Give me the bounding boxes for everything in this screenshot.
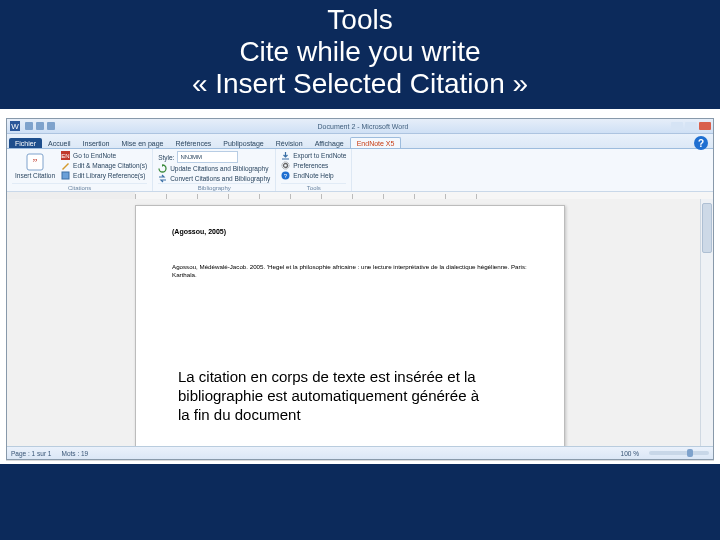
tab-mise-en-page[interactable]: Mise en page <box>115 138 169 148</box>
endnote-help-button[interactable]: ? EndNote Help <box>281 171 346 180</box>
tab-insertion[interactable]: Insertion <box>77 138 116 148</box>
slide-footer-bar <box>0 464 720 540</box>
slide-title-line3: « Insert Selected Citation » <box>0 68 720 100</box>
ribbon-group-tools-label: Tools <box>281 183 346 191</box>
document-title: Document 2 - Microsoft Word <box>55 123 671 130</box>
status-words[interactable]: Mots : 19 <box>61 450 88 457</box>
svg-point-7 <box>284 164 288 168</box>
svg-text:EN: EN <box>61 153 69 159</box>
window-close-button[interactable] <box>699 122 711 130</box>
ribbon-group-bibliography-label: Bibliography <box>158 183 270 191</box>
quick-access-toolbar[interactable] <box>25 122 55 130</box>
insert-citation-button[interactable]: ” Insert Citation <box>12 153 58 179</box>
tab-file[interactable]: Fichier <box>9 138 42 148</box>
book-icon <box>61 171 70 180</box>
pencil-icon <box>61 161 70 170</box>
zoom-slider[interactable] <box>649 451 709 455</box>
edit-library-reference-button[interactable]: Edit Library Reference(s) <box>61 171 147 180</box>
ribbon: ” Insert Citation EN Go to EndNote Edit … <box>7 149 713 192</box>
tab-endnote[interactable]: EndNote X5 <box>350 137 402 148</box>
help-icon: ? <box>281 171 290 180</box>
scrollbar-thumb[interactable] <box>702 203 712 253</box>
refresh-icon <box>158 164 167 173</box>
ribbon-group-bibliography: Style: NNJMM Update Citations and Biblio… <box>153 149 276 191</box>
slide-header: Tools Cite while you write « Insert Sele… <box>0 0 720 109</box>
status-zoom-label[interactable]: 100 % <box>621 450 639 457</box>
preferences-button[interactable]: Preferences <box>281 161 346 170</box>
tab-publipostage[interactable]: Publipostage <box>217 138 269 148</box>
tab-revision[interactable]: Révision <box>270 138 309 148</box>
svg-text:”: ” <box>33 156 38 168</box>
ribbon-help-button[interactable]: ? <box>694 136 708 150</box>
svg-text:W: W <box>11 122 19 131</box>
gear-icon <box>281 161 290 170</box>
export-icon <box>281 151 290 160</box>
slide-callout: La citation en corps de texte est inséré… <box>178 368 488 424</box>
bibliography-entry: Agossou, Médéwalé-Jacob. 2005. 'Hegel et… <box>172 263 528 279</box>
window-maximize-button[interactable] <box>685 122 697 130</box>
slide-title-line2: Cite while you write <box>0 36 720 68</box>
svg-rect-6 <box>62 172 69 179</box>
ribbon-group-citations-label: Citations <box>12 183 147 191</box>
export-to-endnote-button[interactable]: Export to EndNote <box>281 151 346 160</box>
inline-citation-text: (Agossou, 2005) <box>172 228 528 235</box>
endnote-app-icon: EN <box>61 151 70 160</box>
ribbon-group-tools: Export to EndNote Preferences ? EndNote … <box>276 149 352 191</box>
tab-accueil[interactable]: Accueil <box>42 138 77 148</box>
ribbon-group-citations: ” Insert Citation EN Go to EndNote Edit … <box>7 149 153 191</box>
vertical-scrollbar[interactable] <box>700 199 713 447</box>
ribbon-tabs: Fichier Accueil Insertion Mise en page R… <box>7 134 713 149</box>
convert-citations-button[interactable]: Convert Citations and Bibliography <box>158 174 270 183</box>
tab-affichage[interactable]: Affichage <box>309 138 350 148</box>
update-citations-button[interactable]: Update Citations and Bibliography <box>158 164 270 173</box>
style-label: Style: <box>158 154 174 161</box>
slide-title-line1: Tools <box>0 4 720 36</box>
go-to-endnote-button[interactable]: EN Go to EndNote <box>61 151 147 160</box>
window-minimize-button[interactable] <box>671 122 683 130</box>
edit-manage-citations-button[interactable]: Edit & Manage Citation(s) <box>61 161 147 170</box>
tab-references[interactable]: Références <box>169 138 217 148</box>
insert-citation-label: Insert Citation <box>15 172 55 179</box>
word-app-icon: W <box>10 121 20 131</box>
title-bar: W Document 2 - Microsoft Word <box>7 119 713 134</box>
status-page[interactable]: Page : 1 sur 1 <box>11 450 51 457</box>
style-dropdown[interactable]: NNJMM <box>177 151 238 163</box>
convert-icon <box>158 174 167 183</box>
status-bar: Page : 1 sur 1 Mots : 19 100 % <box>7 446 713 459</box>
